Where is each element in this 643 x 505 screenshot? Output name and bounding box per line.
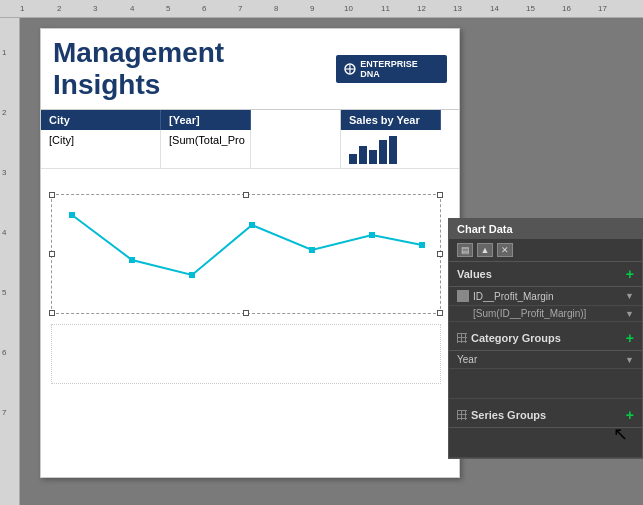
table-data-row: [City] [Sum(Total_Pro (41, 130, 459, 169)
value-subitem: [Sum(ID__Profit_Margin)] ▼ (449, 306, 642, 322)
data-point-5 (309, 247, 315, 253)
data-point-4 (249, 222, 255, 228)
value-item-label: ID__Profit_Margin (473, 291, 554, 302)
category-groups-header: Category Groups + (449, 326, 642, 351)
category-item-label: Year (457, 354, 477, 365)
ruler-mark: 4 (2, 228, 6, 237)
enterprise-icon (344, 63, 356, 75)
ruler-mark: 2 (57, 4, 61, 13)
ruler-mark: 3 (2, 168, 6, 177)
line-chart-container[interactable] (51, 194, 441, 314)
cell-city: [City] (41, 130, 161, 168)
bar-5 (389, 136, 397, 164)
ruler-mark: 16 (562, 4, 571, 13)
value-subitem-label: [Sum(ID__Profit_Margin)] (473, 308, 586, 319)
series-groups-header: Series Groups + (449, 403, 642, 428)
cell-empty (251, 130, 341, 168)
handle-br[interactable] (437, 310, 443, 316)
series-groups-label: Series Groups (471, 409, 546, 421)
ruler-mark: 5 (166, 4, 170, 13)
canvas-area: Management Insights ENTERPRISE DNA City … (20, 18, 643, 505)
ruler-top: 1 2 3 4 5 6 7 8 9 10 11 12 13 14 15 16 1… (0, 0, 643, 18)
cell-year: [Sum(Total_Pro (161, 130, 251, 168)
ruler-mark: 3 (93, 4, 97, 13)
subitem-dropdown-arrow[interactable]: ▼ (625, 309, 634, 319)
ruler-mark: 14 (490, 4, 499, 13)
ruler-mark: 6 (202, 4, 206, 13)
series-groups-add-btn[interactable]: + (626, 407, 634, 423)
ruler-mark: 11 (381, 4, 390, 13)
ruler-mark: 8 (274, 4, 278, 13)
handle-mr[interactable] (437, 251, 443, 257)
category-item-inner: Year (457, 354, 477, 365)
ruler-left: 1 2 3 4 5 6 7 (0, 18, 20, 505)
ruler-mark: 5 (2, 288, 6, 297)
ruler-mark: 12 (417, 4, 426, 13)
col-sales-header: Sales by Year (341, 110, 441, 130)
toolbar-up-btn[interactable]: ▲ (477, 243, 493, 257)
bar-3 (369, 150, 377, 164)
handle-tr[interactable] (437, 192, 443, 198)
category-dropdown-arrow[interactable]: ▼ (625, 355, 634, 365)
footer-area (51, 324, 441, 384)
report-title-bar: Management Insights ENTERPRISE DNA (41, 29, 459, 109)
panel-title: Chart Data (457, 223, 513, 235)
category-empty-area (449, 369, 642, 399)
data-point-7 (419, 242, 425, 248)
handle-bm[interactable] (243, 310, 249, 316)
ruler-mark: 13 (453, 4, 462, 13)
col-city-header: City (41, 110, 161, 130)
data-point-1 (69, 212, 75, 218)
ruler-mark: 1 (20, 4, 24, 13)
bar-2 (359, 146, 367, 164)
enterprise-label: ENTERPRISE DNA (360, 59, 439, 79)
series-groups-icon (457, 410, 467, 420)
bar-4 (379, 140, 387, 164)
series-empty-area (449, 428, 642, 458)
col-year-header: [Year] (161, 110, 251, 130)
report-page: Management Insights ENTERPRISE DNA City … (40, 28, 460, 478)
col-empty-header (251, 110, 341, 130)
toolbar-table-btn[interactable]: ▤ (457, 243, 473, 257)
data-point-6 (369, 232, 375, 238)
values-section-header: Values + (449, 262, 642, 287)
category-groups-add-btn[interactable]: + (626, 330, 634, 346)
toolbar-delete-btn[interactable]: ✕ (497, 243, 513, 257)
ruler-mark: 15 (526, 4, 535, 13)
ruler-mark: 9 (310, 4, 314, 13)
ruler-mark: 2 (2, 108, 6, 117)
table-header: City [Year] Sales by Year (41, 109, 459, 130)
ruler-mark: 7 (238, 4, 242, 13)
value-item[interactable]: ID__Profit_Margin ▼ (449, 287, 642, 306)
category-groups-icon (457, 333, 467, 343)
values-add-btn[interactable]: + (626, 266, 634, 282)
cell-sales (341, 130, 441, 168)
panel-toolbar: ▤ ▲ ✕ (449, 239, 642, 262)
handle-ml[interactable] (49, 251, 55, 257)
ruler-mark: 17 (598, 4, 607, 13)
ruler-mark: 10 (344, 4, 353, 13)
handle-bl[interactable] (49, 310, 55, 316)
ruler-mark: 1 (2, 48, 6, 57)
category-groups-label: Category Groups (471, 332, 561, 344)
line-chart-svg (52, 195, 440, 313)
mini-bar-chart (349, 134, 397, 164)
handle-tl[interactable] (49, 192, 55, 198)
data-point-3 (189, 272, 195, 278)
panel-header: Chart Data (449, 219, 642, 239)
ruler-mark: 6 (2, 348, 6, 357)
value-item-inner: ID__Profit_Margin (457, 290, 554, 302)
data-point-2 (129, 257, 135, 263)
enterprise-badge: ENTERPRISE DNA (336, 55, 447, 83)
report-title: Management Insights (53, 37, 336, 101)
chart-data-panel: Chart Data ▤ ▲ ✕ Values + ID__ (448, 218, 643, 459)
category-item[interactable]: Year ▼ (449, 351, 642, 369)
values-label: Values (457, 268, 492, 280)
value-icon (457, 290, 469, 302)
value-dropdown-arrow[interactable]: ▼ (625, 291, 634, 301)
ruler-mark: 7 (2, 408, 6, 417)
handle-tm[interactable] (243, 192, 249, 198)
bar-1 (349, 154, 357, 164)
ruler-mark: 4 (130, 4, 134, 13)
